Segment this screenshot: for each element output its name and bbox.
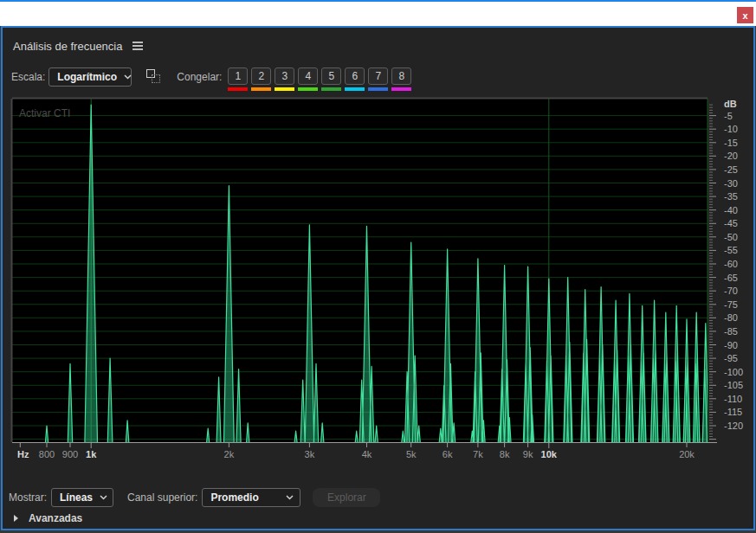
svg-text:-55: -55	[724, 245, 738, 255]
chevron-down-icon	[100, 495, 107, 500]
svg-text:-35: -35	[724, 191, 738, 202]
svg-text:-120: -120	[724, 421, 743, 431]
svg-text:-105: -105	[724, 380, 743, 390]
freeze-color-1	[228, 87, 248, 91]
freeze-color-8	[391, 87, 411, 91]
freeze-slot-2: 2	[251, 67, 271, 91]
scale-select[interactable]: Logarítmico	[48, 67, 132, 87]
chevron-down-icon	[286, 495, 294, 500]
top-channel-select[interactable]: Promedio	[202, 488, 300, 507]
svg-text:6k: 6k	[443, 449, 453, 459]
freeze-color-5	[321, 87, 341, 91]
svg-text:-25: -25	[724, 164, 738, 175]
chart-area: dB-5-10-15-20-25-30-35-40-45-50-55-60-65…	[10, 97, 751, 465]
freeze-button-8[interactable]: 8	[391, 67, 411, 85]
svg-text:-100: -100	[724, 367, 743, 377]
freeze-color-3	[275, 87, 294, 91]
footer-controls: Mostrar: Líneas Canal superior: Promedio…	[9, 488, 380, 507]
svg-text:3k: 3k	[305, 449, 315, 459]
freeze-buttons: 12345678	[228, 67, 411, 91]
svg-text:-30: -30	[724, 178, 738, 189]
freeze-button-6[interactable]: 6	[345, 67, 365, 85]
svg-text:-5: -5	[724, 111, 733, 121]
screen: x Análisis de frecuencia Escala: Logarít…	[0, 0, 756, 533]
top-channel-value: Promedio	[210, 491, 258, 504]
freeze-slot-1: 1	[228, 67, 248, 91]
panel-tab[interactable]: Análisis de frecuencia	[13, 38, 145, 54]
svg-text:Hz: Hz	[17, 449, 29, 459]
show-select[interactable]: Líneas	[51, 488, 113, 507]
svg-text:1k: 1k	[86, 449, 97, 459]
freeze-slot-3: 3	[275, 67, 294, 91]
svg-text:9k: 9k	[523, 449, 533, 459]
show-value: Líneas	[60, 491, 93, 504]
freeze-button-2[interactable]: 2	[251, 67, 271, 85]
svg-text:900: 900	[62, 449, 78, 459]
freeze-color-6	[345, 87, 365, 91]
freeze-color-4	[298, 87, 318, 91]
freeze-slot-5: 5	[321, 67, 341, 91]
scale-label: Escala:	[11, 71, 45, 83]
svg-text:-45: -45	[724, 218, 738, 228]
svg-text:-85: -85	[724, 326, 738, 337]
svg-text:800: 800	[39, 449, 55, 459]
svg-text:20k: 20k	[679, 449, 695, 459]
freeze-slot-6: 6	[345, 67, 365, 91]
overlap-squares-icon[interactable]	[146, 69, 162, 85]
top-channel-label: Canal superior:	[127, 491, 197, 504]
svg-text:-70: -70	[724, 286, 738, 296]
svg-text:-20: -20	[724, 151, 738, 161]
svg-text:dB: dB	[724, 99, 737, 109]
show-label: Mostrar:	[9, 491, 47, 504]
advanced-label: Avanzadas	[29, 512, 82, 524]
svg-text:-40: -40	[724, 205, 738, 215]
chevron-right-icon	[14, 515, 18, 522]
window-titlebar: x	[0, 0, 756, 26]
svg-text:-90: -90	[724, 340, 738, 350]
scan-button[interactable]: Explorar	[313, 488, 380, 507]
panel-menu-icon[interactable]	[131, 40, 145, 52]
panel-title: Análisis de frecuencia	[13, 40, 122, 53]
svg-text:Activar CTI: Activar CTI	[19, 107, 70, 119]
svg-text:2k: 2k	[224, 449, 235, 459]
svg-text:8k: 8k	[500, 449, 510, 459]
svg-text:-10: -10	[724, 124, 738, 134]
freeze-color-7	[368, 87, 388, 91]
freeze-label: Congelar:	[177, 71, 222, 83]
close-icon: x	[742, 10, 747, 21]
svg-text:10k: 10k	[541, 449, 558, 459]
freeze-button-3[interactable]: 3	[275, 67, 294, 85]
svg-text:5k: 5k	[406, 449, 417, 459]
freeze-slot-7: 7	[368, 67, 388, 91]
svg-text:7k: 7k	[473, 449, 483, 459]
chevron-down-icon	[124, 74, 132, 80]
svg-text:-95: -95	[724, 353, 738, 363]
spectrum-chart[interactable]: dB-5-10-15-20-25-30-35-40-45-50-55-60-65…	[10, 97, 751, 465]
svg-text:-60: -60	[724, 259, 738, 269]
window-close-button[interactable]: x	[737, 7, 753, 23]
svg-text:-15: -15	[724, 138, 738, 148]
advanced-toggle[interactable]: Avanzadas	[14, 512, 82, 524]
freeze-color-2	[251, 87, 271, 91]
freeze-button-4[interactable]: 4	[298, 67, 318, 85]
freeze-button-1[interactable]: 1	[228, 67, 248, 85]
svg-text:4k: 4k	[362, 449, 372, 459]
freeze-button-5[interactable]: 5	[321, 67, 341, 85]
svg-text:-75: -75	[724, 299, 738, 310]
freeze-slot-4: 4	[298, 67, 318, 91]
freeze-button-7[interactable]: 7	[368, 67, 388, 85]
freeze-slot-8: 8	[391, 67, 411, 91]
svg-text:-65: -65	[724, 273, 738, 283]
scale-value: Logarítmico	[57, 71, 117, 83]
top-controls: Escala: Logarítmico Congelar: 12345678	[11, 67, 411, 91]
svg-text:-110: -110	[724, 394, 742, 404]
svg-text:-115: -115	[724, 407, 742, 417]
svg-text:-80: -80	[724, 312, 738, 323]
svg-text:-50: -50	[724, 232, 738, 242]
